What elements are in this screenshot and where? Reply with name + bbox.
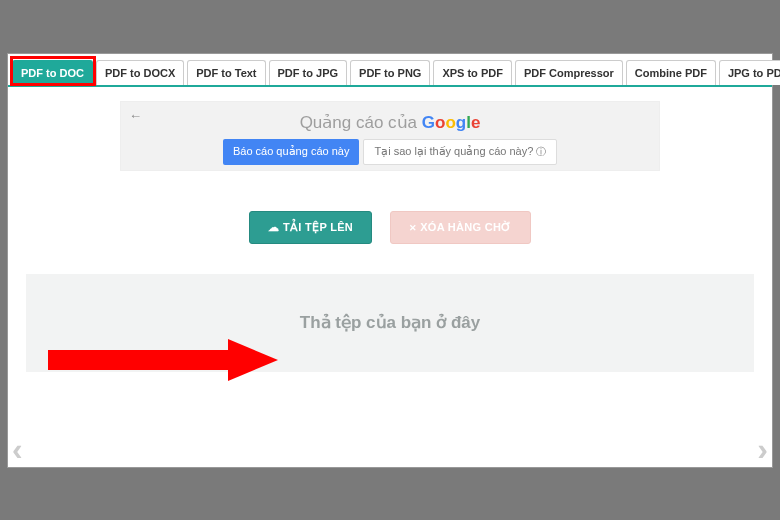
ad-title-prefix: Quảng cáo của — [300, 113, 422, 132]
tab-pdf-compressor[interactable]: PDF Compressor — [515, 60, 623, 85]
upload-button[interactable]: TẢI TỆP LÊN — [249, 211, 372, 244]
tab-bar: PDF to DOCPDF to DOCXPDF to TextPDF to J… — [8, 54, 772, 87]
clear-queue-button[interactable]: XÓA HÀNG CHỜ — [390, 211, 531, 244]
ad-button-row: Báo cáo quảng cáo này Tại sao lại thấy q… — [121, 139, 659, 165]
why-ad-button[interactable]: Tại sao lại thấy quảng cáo này? — [363, 139, 557, 165]
next-chevron-icon[interactable]: › — [757, 431, 768, 468]
dropzone-text: Thả tệp của bạn ở đây — [300, 312, 480, 333]
tab-pdf-to-text[interactable]: PDF to Text — [187, 60, 265, 85]
ad-title: Quảng cáo của Google — [121, 112, 659, 133]
tab-combine-pdf[interactable]: Combine PDF — [626, 60, 716, 85]
tab-pdf-to-doc[interactable]: PDF to DOC — [12, 60, 93, 85]
report-ad-button[interactable]: Báo cáo quảng cáo này — [223, 139, 359, 165]
google-ad-box: ← Quảng cáo của Google Báo cáo quảng cáo… — [120, 101, 660, 171]
main-content: ← Quảng cáo của Google Báo cáo quảng cáo… — [8, 101, 772, 478]
svg-marker-1 — [228, 339, 278, 381]
google-logo-text: Google — [422, 113, 481, 132]
prev-chevron-icon[interactable]: ‹ — [12, 431, 23, 468]
back-arrow-icon[interactable]: ← — [129, 108, 142, 123]
app-window: PDF to DOCPDF to DOCXPDF to TextPDF to J… — [7, 53, 773, 468]
action-row: TẢI TỆP LÊN XÓA HÀNG CHỜ — [8, 211, 772, 244]
tab-pdf-to-jpg[interactable]: PDF to JPG — [269, 60, 348, 85]
red-arrow-annotation — [48, 335, 278, 385]
tab-jpg-to-pdf[interactable]: JPG to PDF — [719, 60, 780, 85]
tab-pdf-to-docx[interactable]: PDF to DOCX — [96, 60, 184, 85]
tab-xps-to-pdf[interactable]: XPS to PDF — [433, 60, 512, 85]
tab-pdf-to-png[interactable]: PDF to PNG — [350, 60, 430, 85]
